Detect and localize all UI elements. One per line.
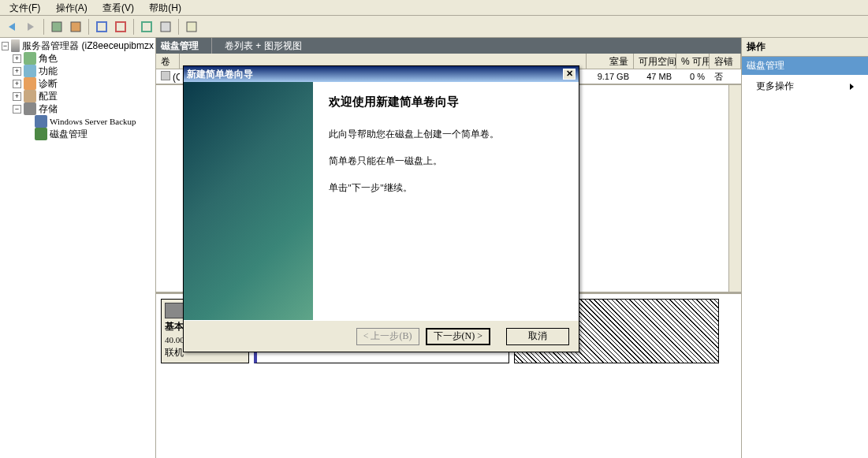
tree-panel: − 服务器管理器 (iZ8eeceupibmzx + 角色 + 功能 + 诊断 … xyxy=(0,38,156,458)
tool-btn-1[interactable] xyxy=(48,18,65,35)
actions-header: 操作 xyxy=(742,38,868,57)
wizard-content: 欢迎使用新建简单卷向导 此向导帮助您在磁盘上创建一个简单卷。 简单卷只能在单一磁… xyxy=(313,82,579,320)
col-volume[interactable]: 卷 xyxy=(156,54,180,69)
tree-root-label: 服务器管理器 (iZ8eeceupibmzx xyxy=(22,39,154,53)
toolbar xyxy=(0,16,868,38)
dialog-title: 新建简单卷向导 xyxy=(187,68,253,81)
forward-button[interactable] xyxy=(22,18,39,35)
actions-more[interactable]: 更多操作 xyxy=(742,75,868,98)
back-button[interactable] xyxy=(3,18,20,35)
configuration-icon xyxy=(24,90,36,102)
tree-roles[interactable]: + 角色 xyxy=(2,52,154,65)
close-button[interactable]: ✕ xyxy=(563,69,576,80)
arrow-left-icon xyxy=(9,23,15,31)
menu-action[interactable]: 操作(A) xyxy=(50,1,94,15)
tree-disk-mgmt[interactable]: 磁盘管理 xyxy=(2,128,154,140)
tree-root[interactable]: − 服务器管理器 (iZ8eeceupibmzx xyxy=(2,39,154,52)
volume-pct: 0 % xyxy=(676,72,710,81)
actions-panel: 操作 磁盘管理 更多操作 xyxy=(742,38,868,458)
svg-rect-4 xyxy=(142,22,151,32)
svg-rect-2 xyxy=(97,22,106,32)
tool-btn-6[interactable] xyxy=(157,18,174,35)
tree-backup-label: Windows Server Backup xyxy=(50,117,136,126)
volume-fault: 否 xyxy=(710,71,741,83)
tree-storage-label: 存储 xyxy=(39,102,58,116)
cancel-button[interactable]: 取消 xyxy=(506,328,569,345)
next-button[interactable]: 下一步(N) > xyxy=(426,328,490,345)
tree-features-label: 功能 xyxy=(39,65,58,78)
svg-rect-5 xyxy=(161,22,170,32)
backup-icon xyxy=(35,115,47,128)
tree-diagnostics[interactable]: + 诊断 xyxy=(2,77,154,90)
expand-icon[interactable]: + xyxy=(13,67,21,76)
dialog-buttons: < 上一步(B) 下一步(N) > 取消 xyxy=(184,320,579,352)
tree-diag-label: 诊断 xyxy=(39,77,58,91)
vertical-scrollbar[interactable] xyxy=(728,85,741,292)
tree-backup[interactable]: Windows Server Backup xyxy=(2,115,154,128)
svg-rect-0 xyxy=(52,22,61,32)
back-button: < 上一步(B) xyxy=(356,328,419,345)
wizard-heading: 欢迎使用新建简单卷向导 xyxy=(329,95,563,110)
wizard-banner xyxy=(184,82,313,320)
panel-title: 磁盘管理 xyxy=(161,39,199,53)
collapse-icon[interactable]: − xyxy=(13,105,21,114)
expand-icon[interactable]: + xyxy=(13,54,21,63)
arrow-right-icon xyxy=(850,84,854,90)
tree-features[interactable]: + 功能 xyxy=(2,65,154,77)
expand-icon[interactable]: + xyxy=(13,80,21,88)
tree-conf-label: 配置 xyxy=(39,90,58,103)
menu-help[interactable]: 帮助(H) xyxy=(143,1,188,15)
storage-icon xyxy=(24,102,36,115)
disk-icon xyxy=(165,303,184,318)
wizard-dialog: 新建简单卷向导 ✕ 欢迎使用新建简单卷向导 此向导帮助您在磁盘上创建一个简单卷。… xyxy=(183,65,579,352)
dialog-titlebar[interactable]: 新建简单卷向导 ✕ xyxy=(184,66,579,82)
panel-subtitle: 卷列表 + 图形视图 xyxy=(211,38,302,54)
col-fault[interactable]: 容错 xyxy=(710,54,741,69)
server-icon xyxy=(11,39,20,52)
actions-more-label: 更多操作 xyxy=(756,80,794,93)
menu-view[interactable]: 查看(V) xyxy=(96,1,140,15)
tool-btn-2[interactable] xyxy=(67,18,84,35)
tool-btn-4[interactable] xyxy=(112,18,129,35)
volume-free: 47 MB xyxy=(634,72,676,81)
wizard-p1: 此向导帮助您在磁盘上创建一个简单卷。 xyxy=(329,127,563,141)
svg-rect-6 xyxy=(187,22,196,32)
tool-btn-7[interactable] xyxy=(183,18,200,35)
wizard-p3: 单击"下一步"继续。 xyxy=(329,181,563,195)
expand-icon[interactable]: + xyxy=(13,92,21,101)
disk-icon xyxy=(35,128,47,140)
volume-name: (C xyxy=(173,72,180,83)
wizard-p2: 简单卷只能在单一磁盘上。 xyxy=(329,154,563,168)
col-pct[interactable]: % 可用 xyxy=(676,54,710,69)
roles-icon xyxy=(24,52,36,65)
menu-file[interactable]: 文件(F) xyxy=(3,1,47,15)
col-free[interactable]: 可用空间 xyxy=(634,54,676,69)
tree-storage[interactable]: − 存储 xyxy=(2,102,154,115)
col-capacity[interactable]: 室量 xyxy=(587,54,634,69)
features-icon xyxy=(24,65,36,77)
tool-btn-3[interactable] xyxy=(93,18,110,35)
tool-btn-5[interactable] xyxy=(138,18,155,35)
svg-rect-3 xyxy=(116,22,125,32)
svg-rect-1 xyxy=(71,22,80,32)
tree-roles-label: 角色 xyxy=(39,52,58,65)
arrow-right-icon xyxy=(28,23,34,31)
volume-capacity: 9.17 GB xyxy=(587,72,634,81)
tree-configuration[interactable]: + 配置 xyxy=(2,90,154,102)
actions-section: 磁盘管理 xyxy=(742,57,868,75)
volume-icon xyxy=(161,71,170,80)
menu-bar: 文件(F) 操作(A) 查看(V) 帮助(H) xyxy=(0,0,868,16)
panel-header: 磁盘管理 卷列表 + 图形视图 xyxy=(156,38,741,54)
diagnostics-icon xyxy=(24,77,36,90)
expand-icon[interactable]: − xyxy=(2,42,9,50)
tree-disk-label: 磁盘管理 xyxy=(50,128,88,141)
